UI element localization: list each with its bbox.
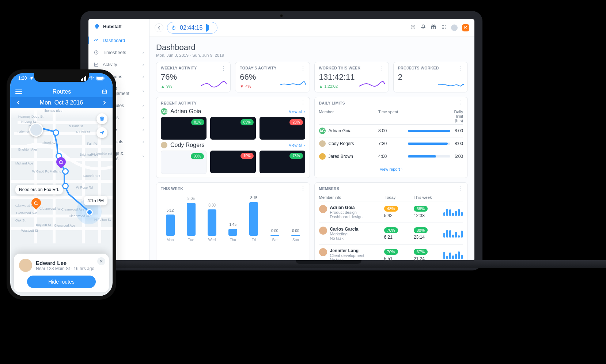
bell-icon[interactable] (420, 24, 426, 31)
user-name: Cody Rogers (170, 142, 204, 148)
place-bubble[interactable]: Needlers on Fox Rd. (15, 185, 63, 194)
today-time: 5:42 (384, 213, 393, 218)
globe-button[interactable] (96, 113, 107, 124)
sidebar-item-timesheets[interactable]: Timesheets› (88, 46, 149, 58)
time-bubble[interactable]: 4:15 PM (84, 196, 107, 205)
phone-map[interactable]: Thomas BlvdKearney Dodd StN Long StN Pin… (10, 108, 113, 243)
gauge-icon (94, 38, 99, 43)
recent-activity-user: AGAdrian GoiaView all › (161, 108, 305, 115)
back-button[interactable] (155, 23, 163, 32)
panel-title: THIS WEEK (161, 186, 305, 191)
svg-rect-29 (34, 202, 38, 204)
view-all-link[interactable]: View all › (289, 143, 305, 147)
panel-menu-icon[interactable]: ⋮ (300, 100, 306, 106)
today-pct: 70% (384, 227, 398, 233)
stat-title: PROJECTS WORKED (398, 66, 463, 70)
menu-icon[interactable] (15, 90, 22, 94)
sheet-user-subtitle: Near 123 Main St · 16 hrs ago (36, 266, 94, 271)
time-spent: 7:30 (378, 141, 408, 146)
bar-category-label: Sat (272, 238, 277, 242)
street-label: W Rose Rd (76, 186, 93, 189)
stat-title: WEEKLY ACTIVITY (161, 66, 226, 70)
chevron-right-icon[interactable] (102, 100, 107, 106)
sidebar-item-label: Dashboard (103, 38, 125, 43)
street-label: Brighton Ave (18, 148, 37, 151)
panel-menu-icon[interactable]: ⋮ (300, 186, 306, 192)
stat-cards-row: ⋮ WEEKLY ACTIVITY 76% ▲ 9% ⋮ TODAY'S ACT… (156, 62, 468, 92)
street-label: Thomas Blvd (43, 109, 63, 113)
page-title: Dashboard (156, 43, 468, 52)
close-icon[interactable]: ✕ (97, 257, 105, 265)
chevron-right-icon: › (143, 115, 144, 120)
chart-icon (94, 62, 99, 67)
col-member: Member (319, 110, 378, 123)
today-cell: 70%6:21 (384, 227, 412, 240)
org-badge[interactable]: K (462, 24, 469, 31)
activity-pct-badge: 78% (289, 153, 303, 159)
locate-button[interactable] (96, 127, 107, 138)
member-info: Carlos GarciaMarketingNo task (319, 227, 382, 240)
svg-rect-28 (59, 161, 63, 163)
street-label: N Park St (69, 124, 83, 128)
bar-value-label: 8:15 (250, 196, 257, 200)
week-time: 12:33 (414, 213, 425, 218)
svg-point-19 (445, 27, 446, 27)
card-menu-icon[interactable]: ⋮ (300, 66, 306, 72)
screenshot-thumb[interactable]: 89% (210, 117, 256, 140)
globe-icon (99, 116, 105, 122)
user-name: Adrian Goia (170, 108, 201, 115)
svg-rect-26 (103, 90, 107, 94)
avatar (19, 259, 32, 272)
panel-menu-icon[interactable]: ⋮ (458, 186, 464, 192)
col-time-spent: Time spent (378, 110, 408, 123)
panel-menu-icon[interactable]: ⋮ (458, 100, 464, 106)
hide-routes-button[interactable]: Hide routes (27, 276, 96, 288)
street-label: Laurel Park (83, 174, 100, 178)
card-menu-icon[interactable]: ⋮ (221, 66, 227, 72)
bar (249, 202, 258, 236)
screenshot-thumb[interactable]: 81% (161, 117, 207, 140)
apps-icon[interactable] (441, 24, 447, 31)
laptop-camera (280, 14, 283, 17)
screenshot-thumb[interactable]: 19% (210, 151, 256, 173)
screenshot-thumb[interactable]: 23% (260, 117, 305, 140)
avatar: AG (319, 128, 326, 134)
sidebar-item-dashboard[interactable]: Dashboard (88, 34, 149, 46)
bar-category-label: Tue (188, 238, 194, 242)
user-avatar[interactable] (451, 24, 458, 31)
stat-today-activity: ⋮ TODAY'S ACTIVITY 66% ▼ 4% (235, 62, 310, 92)
view-all-link[interactable]: View all › (289, 109, 305, 114)
topbar: 02:44:15 ? K (149, 19, 474, 37)
member-row: Carlos GarciaMarketingNo task70%6:2180%2… (319, 223, 463, 244)
recent-activity-user: Cody RogersView all › (161, 142, 305, 148)
limit-bar (408, 130, 450, 132)
panel-title: RECENT ACTIVITY (161, 101, 305, 105)
bar (208, 209, 216, 236)
route-node (53, 129, 59, 136)
help-icon[interactable]: ? (410, 24, 416, 31)
timer-chip[interactable]: 02:44:15 (167, 22, 217, 34)
chart-bar: 1:45Thu (225, 223, 241, 242)
col-daily-limit: Daily limit (hrs) (450, 110, 463, 123)
activity-pct-badge: 90% (191, 153, 204, 159)
screenshot-thumb[interactable]: 78% (260, 151, 305, 173)
chart-bar: 0:00Sun (288, 229, 303, 242)
calendar-icon[interactable] (102, 89, 107, 95)
status-time: 1:20 (18, 76, 27, 81)
screenshot-thumb[interactable]: 90% (161, 151, 207, 174)
bar-value-label: 8:05 (188, 197, 194, 201)
brand-logo[interactable]: Hubstaff (88, 19, 149, 34)
card-menu-icon[interactable]: ⋮ (458, 66, 464, 72)
card-menu-icon[interactable]: ⋮ (379, 66, 385, 72)
activity-pct-badge: 19% (240, 153, 254, 159)
view-report-link[interactable]: View report › (380, 167, 402, 171)
bar-value-label: 6:30 (208, 203, 215, 207)
chevron-left-icon[interactable] (15, 100, 21, 106)
sidebar-item-activity[interactable]: Activity› (88, 58, 149, 71)
sidebar-item-label: Activity (103, 62, 117, 67)
sheet-user: Edward Lee Near 123 Main St · 16 hrs ago (19, 259, 104, 272)
user-avatar-pin[interactable] (29, 123, 43, 137)
sparkline-icon (359, 80, 385, 88)
member-sparkline (443, 251, 463, 259)
gift-icon[interactable] (431, 24, 436, 31)
